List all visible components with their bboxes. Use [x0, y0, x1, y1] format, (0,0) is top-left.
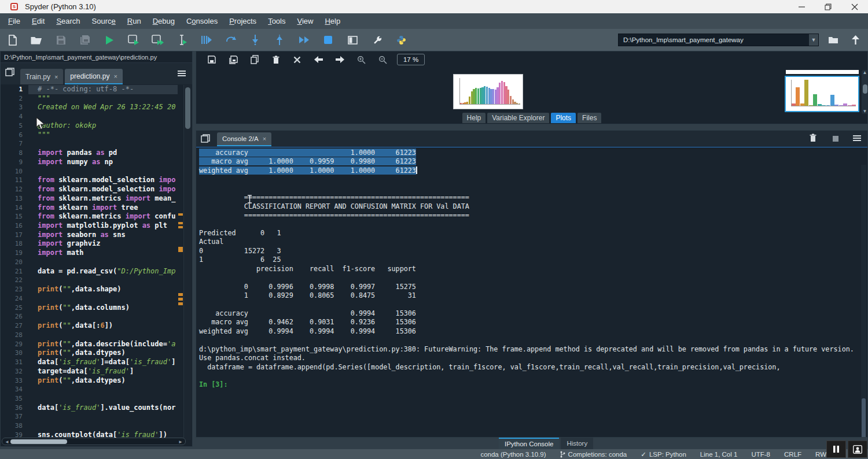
console-line: 0 0.9996 0.9998 0.9997 15275: [199, 283, 867, 291]
close-button[interactable]: [841, 0, 868, 13]
tab-ipython-console[interactable]: IPython Console: [499, 438, 559, 449]
console-scrollbar[interactable]: [861, 165, 866, 437]
browse-directory-folder-icon[interactable]: [826, 34, 840, 46]
plot-bar: [813, 94, 817, 106]
menu-run[interactable]: Run: [122, 14, 147, 28]
menu-edit[interactable]: Edit: [26, 14, 50, 28]
menu-projects[interactable]: Projects: [223, 14, 262, 28]
code-line: 6""": [1, 131, 178, 140]
editor-options-hamburger-icon[interactable]: [177, 70, 186, 77]
debug-file-icon[interactable]: [194, 31, 219, 49]
console-line: weighted avg 0.9994 0.9994 0.9994 15306: [199, 327, 867, 336]
plot-bar: [460, 103, 462, 104]
menu-debug[interactable]: Debug: [147, 14, 181, 28]
save-all-icon[interactable]: [73, 31, 97, 49]
window-title: Spyder (Python 3.10): [25, 2, 96, 11]
console-line: [199, 300, 867, 309]
step-over-icon[interactable]: [219, 31, 243, 49]
code-editor[interactable]: 1# -*- coding: utf-8 -*-2"""3Created on …: [1, 85, 178, 440]
tab-console-2a[interactable]: Console 2/A ×: [217, 132, 271, 146]
console-line: dataframe = dataframe.append(pd.Series([…: [199, 363, 867, 372]
next-plot-icon[interactable]: [329, 53, 351, 66]
console-line: [199, 175, 867, 184]
menu-file[interactable]: File: [2, 14, 26, 28]
preferences-wrench-icon[interactable]: [365, 31, 389, 49]
open-file-icon[interactable]: [24, 31, 49, 49]
pause-overlay-button[interactable]: [826, 441, 846, 458]
stop-icon[interactable]: [316, 31, 340, 49]
remove-plot-trash-icon[interactable]: [265, 53, 286, 66]
go-up-directory-icon[interactable]: [848, 34, 862, 46]
step-out-icon[interactable]: [267, 31, 292, 49]
close-all-plots-icon[interactable]: [286, 53, 308, 66]
plot-bar: [510, 96, 512, 104]
menu-source[interactable]: Source: [86, 14, 122, 28]
tab-prediction-py[interactable]: prediction.py ×: [65, 69, 122, 84]
maximize-pane-icon[interactable]: [340, 31, 365, 49]
scroll-right-icon[interactable]: ►: [178, 439, 183, 445]
save-all-plots-icon[interactable]: [222, 53, 244, 66]
code-line: 11from sklearn.model_selection impo: [1, 176, 178, 185]
selected-plot-thumbnail[interactable]: [785, 76, 859, 112]
minimize-button[interactable]: [788, 0, 815, 13]
save-plot-icon[interactable]: [201, 53, 222, 66]
status-bar: conda (Python 3.10.9)Completions: conda✓…: [0, 449, 868, 459]
tab-files[interactable]: Files: [578, 113, 601, 123]
browse-tabs-icon[interactable]: [5, 68, 14, 76]
line-number: 38: [1, 421, 28, 431]
menu-view[interactable]: View: [291, 14, 319, 28]
restore-button[interactable]: [815, 0, 841, 13]
current-plot-thumbnail[interactable]: [453, 74, 523, 109]
remove-all-variables-trash-icon[interactable]: [810, 134, 816, 142]
console-output[interactable]: accuracy 1.0000 61223 macro avg 1.0000 0…: [196, 147, 867, 437]
tab-history[interactable]: History: [561, 438, 593, 449]
run-cell-advance-icon[interactable]: [146, 31, 170, 49]
new-file-icon[interactable]: [0, 31, 24, 49]
python-env-icon[interactable]: [389, 31, 413, 49]
line-number: 30: [1, 349, 28, 358]
menu-tools[interactable]: Tools: [262, 14, 291, 28]
run-selection-icon[interactable]: [170, 31, 194, 49]
line-number: 7: [1, 139, 28, 149]
copy-plot-icon[interactable]: [244, 53, 265, 66]
code-line: 28: [1, 331, 178, 340]
close-tab-icon[interactable]: ×: [113, 73, 117, 80]
zoom-out-icon[interactable]: [372, 53, 393, 66]
scroll-up-icon[interactable]: ▲: [863, 70, 867, 75]
line-number: 11: [1, 176, 28, 185]
previous-plot-icon[interactable]: [308, 53, 329, 66]
menu-consoles[interactable]: Consoles: [181, 14, 223, 28]
console-line: CLASSIFICATION REPORT AND CONFUSION MATR…: [199, 202, 867, 211]
editor-vertical-scrollbar[interactable]: [183, 85, 192, 440]
continue-icon[interactable]: [292, 31, 316, 49]
run-icon[interactable]: [97, 31, 122, 49]
console-options-hamburger-icon[interactable]: [852, 135, 862, 142]
console-line: ========================================…: [199, 193, 867, 202]
plots-pane: 17 % ▲ ▼ Help Variable Explorer Plots Fi…: [196, 51, 868, 124]
chevron-down-icon[interactable]: ▼: [809, 34, 818, 46]
zoom-in-icon[interactable]: [351, 53, 372, 66]
plot-bar: [462, 103, 464, 104]
close-tab-icon[interactable]: ×: [54, 73, 58, 80]
run-cell-icon[interactable]: [122, 31, 146, 49]
line-number: 1: [1, 85, 28, 94]
plot-bar: [475, 88, 477, 104]
scroll-left-icon[interactable]: ◄: [5, 439, 9, 445]
close-tab-icon[interactable]: ×: [263, 135, 266, 142]
tab-plots[interactable]: Plots: [551, 113, 576, 123]
editor-horizontal-scrollbar[interactable]: ◄ ►: [2, 438, 186, 445]
browse-tabs-icon[interactable]: [201, 134, 210, 143]
menu-help[interactable]: Help: [319, 14, 346, 28]
status-conda-python-3-10-9-: conda (Python 3.10.9): [480, 451, 546, 458]
previous-plot-thumbnail-edge[interactable]: [786, 70, 859, 74]
thumbnails-scrollbar[interactable]: ▲ ▼: [862, 70, 868, 114]
tab-train-py[interactable]: Train.py ×: [20, 69, 63, 84]
save-icon[interactable]: [49, 31, 73, 49]
tab-variable-explorer[interactable]: Variable Explorer: [487, 113, 549, 123]
working-directory-combo[interactable]: D:\Python_Imp\smart_payment_gateway ▼: [618, 34, 819, 46]
tab-help[interactable]: Help: [462, 113, 486, 123]
person-overlay-button[interactable]: [848, 441, 867, 458]
code-line: 29print("",data.describe(include='a: [1, 340, 178, 349]
step-into-icon[interactable]: [243, 31, 267, 49]
menu-search[interactable]: Search: [50, 14, 86, 28]
